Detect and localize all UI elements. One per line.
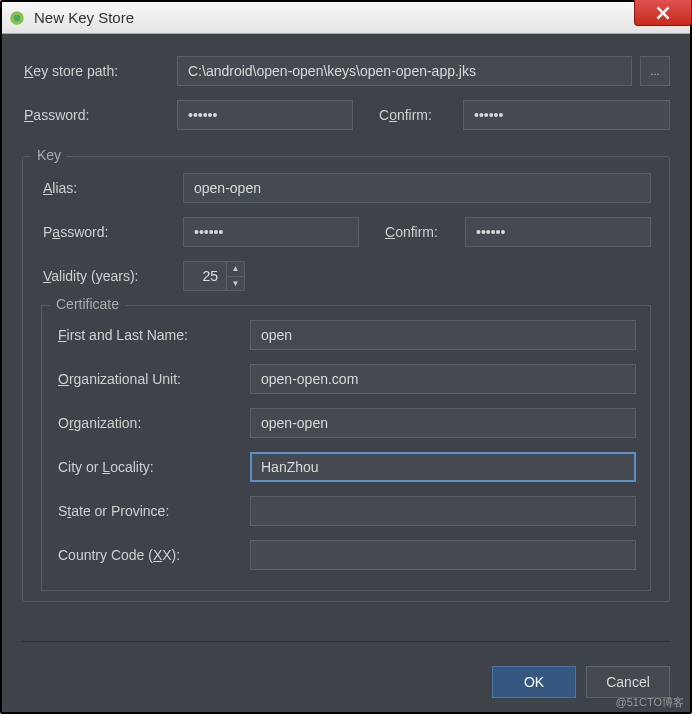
spinner-buttons: ▲ ▼ — [226, 262, 244, 290]
keystore-path-row: Key store path: ... — [22, 56, 670, 86]
watermark: @51CTO博客 — [616, 695, 684, 710]
app-icon — [8, 9, 26, 27]
key-confirm-label: Confirm: — [383, 224, 465, 240]
password-label: Password: — [22, 107, 177, 123]
window-title: New Key Store — [34, 9, 134, 26]
city-row: City or Locality: — [56, 452, 636, 482]
validity-label: Validity (years): — [41, 268, 183, 284]
confirm-input[interactable] — [463, 100, 670, 130]
state-input[interactable] — [250, 496, 636, 526]
spinner-up-icon[interactable]: ▲ — [227, 262, 244, 277]
footer: OK Cancel — [22, 641, 670, 698]
ok-button[interactable]: OK — [492, 666, 576, 698]
cancel-button[interactable]: Cancel — [586, 666, 670, 698]
key-group-title: Key — [31, 147, 67, 163]
org-input[interactable] — [250, 408, 636, 438]
first-last-row: First and Last Name: — [56, 320, 636, 350]
password-row: Password: Confirm: — [22, 100, 670, 130]
country-row: Country Code (XX): — [56, 540, 636, 570]
key-confirm-input[interactable] — [465, 217, 651, 247]
confirm-label: Confirm: — [377, 107, 463, 123]
alias-input[interactable] — [183, 173, 651, 203]
key-password-label: Password: — [41, 224, 183, 240]
org-unit-label: Organizational Unit: — [56, 371, 250, 387]
country-label: Country Code (XX): — [56, 547, 250, 563]
dialog-window: New Key Store Key store path: ... Passwo… — [0, 0, 692, 714]
content-pane: Key store path: ... Password: Confirm: K… — [2, 34, 690, 712]
org-label: Organization: — [56, 415, 250, 431]
key-password-row: Password: Confirm: — [41, 217, 651, 247]
alias-label: Alias: — [41, 180, 183, 196]
close-icon — [656, 6, 670, 20]
keystore-path-input[interactable] — [177, 56, 632, 86]
org-unit-row: Organizational Unit: — [56, 364, 636, 394]
certificate-group: Certificate First and Last Name: Organiz… — [41, 305, 651, 591]
alias-row: Alias: — [41, 173, 651, 203]
keystore-path-label: Key store path: — [22, 63, 177, 79]
country-input[interactable] — [250, 540, 636, 570]
first-last-input[interactable] — [250, 320, 636, 350]
city-label: City or Locality: — [56, 459, 250, 475]
state-label: State or Province: — [56, 503, 250, 519]
key-group: Key Alias: Password: Confirm: Validity (… — [22, 156, 670, 602]
browse-button[interactable]: ... — [640, 56, 670, 86]
state-row: State or Province: — [56, 496, 636, 526]
certificate-group-title: Certificate — [50, 296, 125, 312]
validity-row: Validity (years): 25 ▲ ▼ — [41, 261, 651, 291]
svg-point-1 — [14, 14, 21, 21]
key-password-input[interactable] — [183, 217, 359, 247]
password-input[interactable] — [177, 100, 353, 130]
validity-spinner[interactable]: 25 ▲ ▼ — [183, 261, 245, 291]
close-button[interactable] — [634, 0, 692, 26]
org-row: Organization: — [56, 408, 636, 438]
first-last-label: First and Last Name: — [56, 327, 250, 343]
titlebar: New Key Store — [2, 2, 690, 34]
city-input[interactable] — [250, 452, 636, 482]
spinner-down-icon[interactable]: ▼ — [227, 277, 244, 291]
org-unit-input[interactable] — [250, 364, 636, 394]
validity-value: 25 — [184, 268, 226, 284]
